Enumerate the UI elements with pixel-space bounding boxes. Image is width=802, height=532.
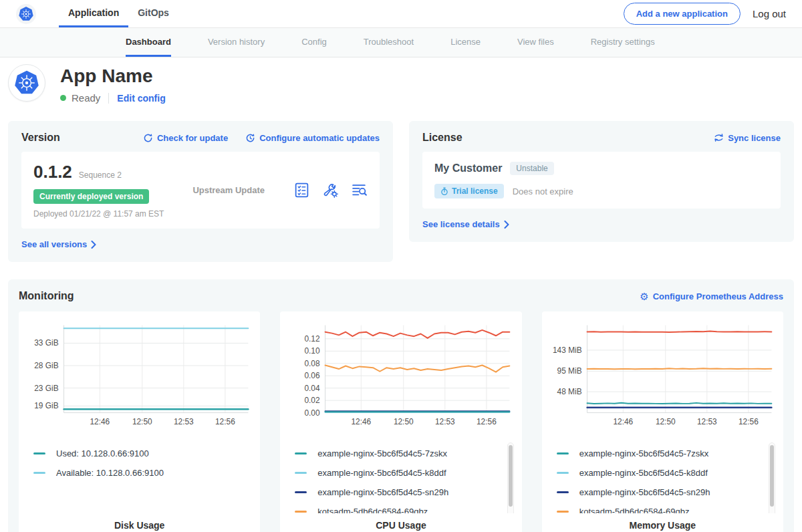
tab-gitops[interactable]: GitOps [128, 0, 178, 27]
configure-automatic-updates-link[interactable]: Configure automatic updates [245, 133, 380, 143]
legend-color-dash [295, 452, 307, 454]
preflight-checks-icon[interactable] [293, 182, 310, 198]
svg-text:12:46: 12:46 [613, 417, 633, 426]
config-wrench-icon[interactable] [322, 182, 339, 198]
version-number: 0.1.2 [33, 162, 72, 182]
app-sub-nav: DashboardVersion historyConfigTroublesho… [0, 28, 802, 57]
top-nav: Application GitOps Add a new application… [0, 0, 802, 28]
legend-label: kotsadm-5db6dc6584-69qbz [579, 507, 690, 513]
svg-text:0.12: 0.12 [305, 334, 321, 344]
sync-license-label: Sync license [728, 133, 781, 143]
sync-license-link[interactable]: Sync license [714, 133, 781, 143]
legend-scrollbar-thumb[interactable] [509, 445, 513, 507]
view-logs-icon[interactable] [351, 182, 368, 198]
svg-text:0.06: 0.06 [305, 371, 321, 380]
log-out-button[interactable]: Log out [753, 8, 786, 19]
legend-label: example-nginx-5bc6f5d4c5-sn29h [579, 487, 710, 497]
subnav-item-registry-settings[interactable]: Registry settings [591, 28, 655, 57]
configure-prometheus-link[interactable]: ⚙ Configure Prometheus Address [640, 291, 783, 301]
chart-title: CPU Usage [288, 513, 513, 532]
legend-label: example-nginx-5bc6f5d4c5-7zskx [317, 448, 447, 458]
top-nav-tabs: Application GitOps [59, 0, 178, 27]
version-card: Version Check for update Configure autom… [8, 121, 393, 262]
chart-svg: 12:4612:5012:5312:5648 MiB95 MiB143 MiB [550, 319, 775, 432]
add-new-application-button[interactable]: Add a new application [624, 3, 741, 25]
version-card-title: Version [21, 132, 60, 144]
chevron-right-icon [91, 241, 96, 249]
tab-application[interactable]: Application [59, 0, 128, 27]
license-expiry: Does not expire [513, 186, 573, 196]
legend-item: example-nginx-5bc6f5d4c5-sn29h [557, 483, 758, 502]
license-card-title: License [422, 132, 462, 144]
chart-title: Memory Usage [550, 513, 775, 532]
legend-scrollbar-thumb[interactable] [770, 445, 774, 507]
subnav-item-troubleshoot[interactable]: Troubleshoot [364, 28, 414, 57]
svg-text:28 GiB: 28 GiB [34, 361, 58, 370]
svg-text:12:53: 12:53 [174, 417, 194, 426]
see-all-versions-link[interactable]: See all versions [21, 239, 96, 249]
svg-text:0.08: 0.08 [305, 359, 321, 368]
app-avatar [8, 64, 45, 102]
kubernetes-app-icon [13, 70, 40, 96]
deployed-timestamp: Deployed 01/21/22 @ 11:57 am EST [33, 209, 164, 219]
svg-text:12:56: 12:56 [477, 417, 497, 426]
legend-scrollbar[interactable] [507, 442, 514, 513]
svg-text:0.02: 0.02 [305, 396, 321, 405]
subnav-item-view-files[interactable]: View files [517, 28, 554, 57]
divider [108, 93, 109, 104]
legend-item: kotsadm-5db6dc6584-69qbz [295, 502, 496, 513]
svg-text:12:50: 12:50 [394, 417, 414, 426]
edit-config-link[interactable]: Edit config [117, 93, 165, 104]
legend-color-dash [557, 491, 569, 493]
chart-svg: 12:4612:5012:5312:560.000.020.040.060.08… [288, 319, 513, 432]
svg-text:143 MiB: 143 MiB [553, 346, 582, 355]
svg-text:0.00: 0.00 [305, 408, 321, 418]
customer-name: My Customer [434, 162, 502, 174]
legend-color-dash [33, 452, 45, 454]
legend-scrollbar[interactable] [769, 442, 775, 513]
legend-item: example-nginx-5bc6f5d4c5-k8ddf [295, 463, 496, 483]
series-line [587, 368, 771, 369]
chart-title: Disk Usage [27, 513, 252, 532]
legend-color-dash [295, 472, 307, 474]
see-all-versions-label: See all versions [21, 239, 87, 249]
subnav-item-license[interactable]: License [450, 28, 481, 57]
svg-text:12:56: 12:56 [215, 417, 235, 426]
cpu-usage-chart: 12:4612:5012:5312:560.000.020.040.060.08… [288, 319, 513, 434]
svg-text:19 GiB: 19 GiB [34, 401, 58, 410]
disk-usage-chart-card: 12:4612:5012:5312:5619 GiB23 GiB28 GiB33… [19, 311, 260, 532]
svg-text:12:53: 12:53 [435, 417, 455, 426]
legend-item: Available: 10.128.0.66:9100 [33, 463, 235, 483]
legend-item: example-nginx-5bc6f5d4c5-k8ddf [557, 463, 758, 483]
monitoring-section: Monitoring ⚙ Configure Prometheus Addres… [8, 279, 794, 532]
legend-item: example-nginx-5bc6f5d4c5-7zskx [295, 444, 496, 463]
see-license-details-label: See license details [422, 219, 500, 229]
subnav-item-dashboard[interactable]: Dashboard [126, 28, 171, 57]
kubernetes-logo-icon [18, 6, 34, 22]
clock-refresh-icon [245, 133, 255, 143]
check-for-update-link[interactable]: Check for update [143, 133, 228, 143]
trial-license-badge: Trial license [434, 184, 504, 198]
cpu-usage-chart-card: 12:4612:5012:5312:560.000.020.040.060.08… [280, 311, 521, 532]
sync-arrows-icon [714, 133, 724, 142]
legend-color-dash [557, 511, 569, 513]
svg-text:0.10: 0.10 [305, 346, 321, 356]
see-license-details-link[interactable]: See license details [422, 219, 509, 229]
chart-svg: 12:4612:5012:5312:5619 GiB23 GiB28 GiB33… [27, 319, 252, 432]
monitoring-title: Monitoring [19, 290, 74, 302]
license-panel: My Customer Unstable Trial license Does … [422, 152, 781, 209]
legend-label: kotsadm-5db6dc6584-69qbz [317, 507, 428, 513]
legend-color-dash [295, 491, 307, 493]
legend-label: example-nginx-5bc6f5d4c5-k8ddf [317, 468, 446, 478]
svg-text:12:53: 12:53 [697, 417, 717, 426]
subnav-item-version-history[interactable]: Version history [208, 28, 265, 57]
legend-color-dash [295, 511, 307, 513]
page-title: App Name [60, 65, 166, 87]
subnav-item-config[interactable]: Config [301, 28, 327, 57]
svg-text:12:50: 12:50 [132, 417, 152, 426]
series-line [587, 403, 771, 404]
tab-gitops-label: GitOps [138, 7, 169, 18]
svg-text:48 MiB: 48 MiB [557, 387, 581, 396]
status-text: Ready [72, 92, 100, 104]
license-card: License Sync license My Customer Unstabl… [409, 121, 794, 242]
